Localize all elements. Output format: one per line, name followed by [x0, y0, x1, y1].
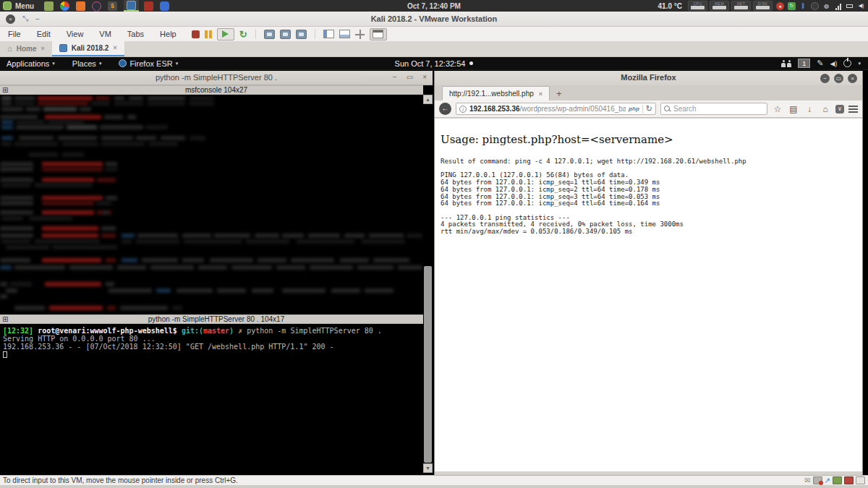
php-page-action-icon[interactable]: php: [629, 106, 639, 112]
terminal-cursor: [3, 351, 7, 358]
firefox-navbar: ← i 192.168.253.36/wordpress/wp-admin/05…: [435, 100, 862, 118]
kali-panel: Applications▾ Places▾ Firefox ESR▾ Sun O…: [0, 57, 868, 70]
firefox-minimize-button[interactable]: −: [820, 74, 830, 83]
vmware-menu-item[interactable]: View: [59, 30, 92, 38]
redacted-terminal-line: [0, 210, 423, 215]
terminal-scrollbar[interactable]: ▲ ▼: [423, 85, 433, 473]
window-bottom-edge: [0, 485, 868, 488]
downloads-icon[interactable]: ↓: [804, 104, 815, 114]
new-tab-button[interactable]: +: [556, 88, 562, 100]
bookmarks-menu-icon[interactable]: ▤: [788, 104, 799, 114]
vmware-statusbar: To direct input to this VM, move the mou…: [0, 475, 868, 485]
bluetooth-icon[interactable]: ᛒ: [799, 2, 807, 10]
pane2-titlebar[interactable]: ⊞ python -m SimpleHTTPServer 80 . 104x17: [0, 314, 433, 324]
pocket-icon[interactable]: ∨: [835, 105, 844, 114]
tab-kali-label: Kali 2018.2: [72, 44, 109, 52]
vmware-window-title: Kali 2018.2 - VMware Workstation: [0, 14, 868, 23]
back-button[interactable]: ←: [439, 103, 451, 115]
vmware-titlebar[interactable]: × ⤡ − Kali 2018.2 - VMware Workstation: [0, 12, 868, 27]
network-adapter-icon[interactable]: [844, 476, 854, 484]
redacted-terminal-line: [0, 183, 423, 187]
vmware-menu-item[interactable]: Edit: [29, 30, 59, 38]
redacted-terminal-line: [0, 226, 423, 231]
tab-kali-close-icon[interactable]: ×: [113, 44, 116, 51]
console-view-button[interactable]: [370, 28, 387, 40]
message-log-icon[interactable]: ✉: [804, 476, 810, 484]
scroll-down-icon[interactable]: ▼: [423, 463, 433, 473]
scrollbar-thumb[interactable]: [424, 266, 432, 463]
reload-icon[interactable]: ↻: [646, 104, 652, 114]
browser-tab[interactable]: http://192.1...webshell.php ×: [442, 86, 550, 100]
firefox-close-button[interactable]: ×: [848, 74, 857, 83]
battery-icon[interactable]: [846, 2, 854, 10]
clipboard-icon[interactable]: [856, 476, 865, 484]
vmware-menu-item[interactable]: File: [0, 30, 29, 38]
status-message: To direct input to this VM, move the mou…: [3, 476, 238, 484]
show-library-icon[interactable]: [323, 30, 334, 38]
msfconsole-pane[interactable]: [0, 95, 423, 314]
power-menu-icon[interactable]: [843, 59, 851, 67]
reset-vm-icon[interactable]: ↻: [239, 29, 247, 40]
firefox-titlebar[interactable]: Mozilla Firefox − ▭ ×: [435, 71, 862, 85]
prompt-dir: wwwolf-php-webshell$: [90, 327, 176, 335]
chevron-down-icon[interactable]: ▾: [858, 61, 861, 67]
volume-icon[interactable]: ◀): [857, 2, 865, 10]
power-off-icon[interactable]: [192, 30, 200, 38]
monitor-cpu[interactable]: CPU: [688, 1, 707, 11]
shield-tray-icon[interactable]: ●: [776, 2, 784, 10]
url-text[interactable]: 192.168.253.36/wordpress/wp-admin/050416…: [469, 105, 626, 113]
monitor-net[interactable]: NET: [731, 1, 751, 11]
host-tray: 41.0 °C CPUMEMNETDISK ● ↻ ᛒ ◍ ◀): [658, 1, 868, 11]
tab-home-close-icon[interactable]: ×: [41, 45, 44, 52]
thumbnail-bar-icon[interactable]: [339, 30, 350, 38]
take-snapshot-icon[interactable]: [264, 30, 275, 39]
swirl-tray-icon[interactable]: [811, 2, 819, 10]
tab-kali[interactable]: Kali 2018.2 ×: [52, 40, 124, 56]
terminal-maximize-button[interactable]: ▭: [407, 73, 413, 81]
url-bar[interactable]: i 192.168.253.36/wordpress/wp-admin/0504…: [456, 103, 656, 115]
volume-icon[interactable]: ◀): [830, 60, 838, 67]
terminal-minimize-button[interactable]: −: [393, 73, 397, 81]
power-on-button[interactable]: [217, 28, 234, 40]
network-activity-icon[interactable]: ↗: [825, 476, 830, 484]
search-bar[interactable]: [660, 103, 767, 115]
terminal-titlebar[interactable]: python -m SimpleHTTPServer 80 . − ▭ ×: [0, 71, 433, 85]
firefox-tabbar: http://192.1...webshell.php × +: [435, 85, 862, 100]
home-icon[interactable]: ⌂: [820, 104, 831, 114]
vmware-menu-item[interactable]: VM: [91, 30, 119, 38]
tab-home[interactable]: ⌂ Home ×: [0, 40, 52, 56]
pen-icon[interactable]: ✎: [817, 59, 823, 68]
redacted-terminal-line: [0, 306, 423, 310]
redacted-terminal-line: [0, 234, 423, 238]
redacted-terminal-line: [0, 258, 423, 262]
pane1-titlebar[interactable]: ⊞ msfconsole 104x27: [0, 85, 433, 95]
menu-hamburger-icon[interactable]: [848, 106, 858, 113]
bookmark-star-icon[interactable]: ☆: [772, 104, 783, 114]
search-input[interactable]: [673, 105, 753, 113]
fit-guest-icon[interactable]: [355, 30, 365, 39]
cd-rom-icon[interactable]: [833, 476, 842, 484]
update-tray-icon[interactable]: ↻: [788, 2, 796, 10]
suspend-icon[interactable]: [205, 30, 212, 38]
browser-tab-close-icon[interactable]: ×: [539, 90, 542, 98]
hard-disk-icon[interactable]: [813, 476, 822, 484]
wifi-icon[interactable]: [834, 2, 842, 10]
firefox-maximize-button[interactable]: ▭: [834, 74, 843, 83]
terminal-close-button[interactable]: ×: [422, 73, 427, 81]
http-server-pane[interactable]: [12:32] root@venari:wwwolf-php-webshell$…: [0, 325, 423, 473]
location-pin-icon[interactable]: ◍: [822, 2, 830, 10]
system-monitors[interactable]: CPUMEMNETDISK: [688, 1, 773, 11]
monitor-mem[interactable]: MEM: [710, 1, 729, 11]
vmware-menu-item[interactable]: Tabs: [119, 30, 152, 38]
keyboard-layout-icon[interactable]: [781, 60, 791, 67]
monitor-disk[interactable]: DISK: [753, 1, 773, 11]
vmware-menu-item[interactable]: Help: [152, 30, 184, 38]
revert-snapshot-icon[interactable]: [280, 30, 291, 39]
workspace-switcher[interactable]: 1: [798, 59, 810, 68]
scroll-up-icon[interactable]: ▲: [423, 95, 433, 104]
terminal-output-line: 192.168.253.36 - - [07/Oct/2018 12:32:50…: [3, 343, 334, 351]
kali-clock[interactable]: Sun Oct 7, 12:32:54: [395, 59, 466, 68]
usage-text: Usage: pingtest.php?host=<servername>: [441, 133, 862, 146]
snapshot-manager-icon[interactable]: [296, 30, 307, 39]
site-info-icon[interactable]: i: [459, 106, 467, 113]
